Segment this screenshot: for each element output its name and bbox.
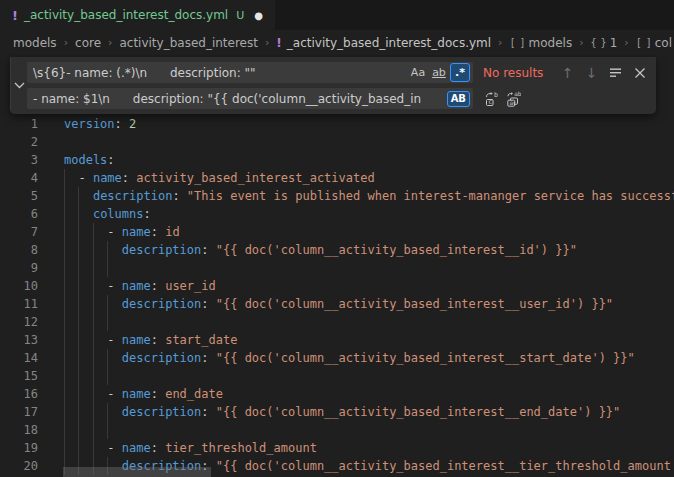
line-number: 17 xyxy=(0,403,38,421)
breadcrumb-item-_activity_based_interest_docs.yml[interactable]: !_activity_based_interest_docs.yml xyxy=(276,36,491,50)
previous-match-button[interactable]: ↑ xyxy=(557,62,578,83)
breadcrumb-separator-icon: › xyxy=(498,36,502,49)
code-line[interactable]: 9 xyxy=(0,259,674,277)
line-number: 15 xyxy=(0,367,38,385)
indent-guide xyxy=(64,367,65,385)
line-number: 3 xyxy=(0,151,38,169)
line-number: 20 xyxy=(0,457,38,475)
breadcrumb-label: models xyxy=(529,36,573,50)
code-line[interactable]: 8 description: "{{ doc('column__activity… xyxy=(0,241,674,259)
breadcrumb-item-1[interactable]: { }1 xyxy=(591,36,618,50)
breadcrumb-separator-icon: › xyxy=(265,36,269,49)
code-line[interactable]: 16 - name: end_date xyxy=(0,385,674,403)
preserve-case-button[interactable]: AB xyxy=(447,91,470,107)
symbol-object-icon: { } xyxy=(591,37,606,48)
code-line[interactable]: 13 - name: start_date xyxy=(0,331,674,349)
find-input[interactable]: \s{6}- name: (.*)\n description: "" Aa a… xyxy=(27,62,473,83)
code-line-text: description: "{{ doc('column__activity_b… xyxy=(64,295,613,313)
replace-all-button[interactable]: ab ac xyxy=(502,88,523,109)
horizontal-scrollbar-thumb[interactable] xyxy=(63,467,211,477)
indent-guide xyxy=(107,313,108,331)
code-line-text: description: "{{ doc('column__activity_b… xyxy=(64,241,577,259)
indent-guide xyxy=(78,313,79,331)
replace-row: - name: $1\n description: "{{ doc('colum… xyxy=(27,88,650,109)
breadcrumb-separator-icon: › xyxy=(579,36,583,49)
line-number: 14 xyxy=(0,349,38,367)
tab-active-file[interactable]: ! _activity_based_interest_docs.yml U ● xyxy=(0,0,275,30)
toggle-replace-chevron-icon[interactable] xyxy=(11,57,27,114)
find-in-selection-button[interactable] xyxy=(605,62,626,83)
code-line[interactable]: 15 xyxy=(0,367,674,385)
code-line[interactable]: 3models: xyxy=(0,151,674,169)
code-line[interactable]: 7 - name: id xyxy=(0,223,674,241)
find-status: No results xyxy=(483,66,557,80)
code-area[interactable]: 1version: 223models:4 - name: activity_b… xyxy=(0,115,674,475)
code-line[interactable]: 6 columns: xyxy=(0,205,674,223)
line-number: 2 xyxy=(0,133,38,151)
code-line[interactable]: 4 - name: activity_based_interest_activa… xyxy=(0,169,674,187)
indent-guide xyxy=(64,313,65,331)
indent-guide xyxy=(107,421,108,439)
find-row: \s{6}- name: (.*)\n description: "" Aa a… xyxy=(27,62,650,83)
line-number: 19 xyxy=(0,439,38,457)
line-number: 12 xyxy=(0,313,38,331)
code-line[interactable]: 18 xyxy=(0,421,674,439)
breadcrumb-label: 1 xyxy=(610,36,618,50)
breadcrumb-item-activity_based_interest[interactable]: activity_based_interest xyxy=(119,36,258,50)
tab-filename: _activity_based_interest_docs.yml xyxy=(24,8,228,22)
regex-button[interactable]: .* xyxy=(450,63,470,82)
code-line[interactable]: 2 xyxy=(0,133,674,151)
line-number: 9 xyxy=(0,259,38,277)
replace-button[interactable]: b c xyxy=(481,88,502,109)
code-line-text: - name: activity_based_interest_activate… xyxy=(64,169,375,187)
editor[interactable]: \s{6}- name: (.*)\n description: "" Aa a… xyxy=(0,55,674,477)
code-line[interactable]: 11 description: "{{ doc('column__activit… xyxy=(0,295,674,313)
indent-guide xyxy=(78,367,79,385)
line-number: 10 xyxy=(0,277,38,295)
breadcrumb-label: activity_based_interest xyxy=(119,36,258,50)
yaml-file-icon: ! xyxy=(276,36,281,50)
git-untracked-badge: U xyxy=(236,9,244,22)
breadcrumb-separator-icon: › xyxy=(108,36,112,49)
breadcrumb-item-core[interactable]: core xyxy=(75,36,101,50)
replace-input[interactable]: - name: $1\n description: "{{ doc('colum… xyxy=(27,88,473,109)
next-match-button[interactable]: ↓ xyxy=(581,62,602,83)
indent-guide xyxy=(93,421,94,439)
symbol-array-icon: [ ] xyxy=(636,37,651,48)
line-number: 18 xyxy=(0,421,38,439)
match-case-button[interactable]: Aa xyxy=(408,63,428,82)
svg-text:ab: ab xyxy=(514,91,521,97)
code-line-text: description: "{{ doc('column__activity_b… xyxy=(64,403,620,421)
yaml-file-icon: ! xyxy=(12,8,18,23)
code-line-text: description: "This event is published wh… xyxy=(64,187,674,205)
indent-guide xyxy=(93,313,94,331)
unsaved-dot-icon[interactable]: ● xyxy=(254,10,263,21)
svg-text:c: c xyxy=(488,98,492,106)
indent-guide xyxy=(78,421,79,439)
breadcrumb-item-models[interactable]: models xyxy=(13,36,57,50)
code-line[interactable]: 17 description: "{{ doc('column__activit… xyxy=(0,403,674,421)
line-number: 1 xyxy=(0,115,38,133)
code-line[interactable]: 19 - name: tier_threshold_amount xyxy=(0,439,674,457)
code-line-text: - name: user_id xyxy=(64,277,216,295)
code-line[interactable]: 1version: 2 xyxy=(0,115,674,133)
code-line[interactable]: 14 description: "{{ doc('column__activit… xyxy=(0,349,674,367)
breadcrumb-separator-icon: › xyxy=(624,36,628,49)
breadcrumb-item-models[interactable]: [ ]models xyxy=(509,36,572,50)
indent-guide xyxy=(93,367,94,385)
breadcrumb-item-col[interactable]: [ ]col xyxy=(636,36,672,50)
find-query-text: \s{6}- name: (.*)\n description: "" xyxy=(33,66,407,80)
whole-word-button[interactable]: ab xyxy=(429,63,449,82)
code-line-text: columns: xyxy=(64,205,151,223)
indent-guide xyxy=(107,259,108,277)
code-line[interactable]: 12 xyxy=(0,313,674,331)
code-line[interactable]: 5 description: "This event is published … xyxy=(0,187,674,205)
indent-guide xyxy=(107,367,108,385)
close-find-widget-button[interactable] xyxy=(629,62,650,83)
indent-guide xyxy=(64,259,65,277)
breadcrumb: models›core›activity_based_interest›!_ac… xyxy=(0,30,674,55)
indent-guide xyxy=(78,259,79,277)
code-line-text: - name: start_date xyxy=(64,331,237,349)
code-line[interactable]: 10 - name: user_id xyxy=(0,277,674,295)
breadcrumb-label: col xyxy=(655,36,672,50)
